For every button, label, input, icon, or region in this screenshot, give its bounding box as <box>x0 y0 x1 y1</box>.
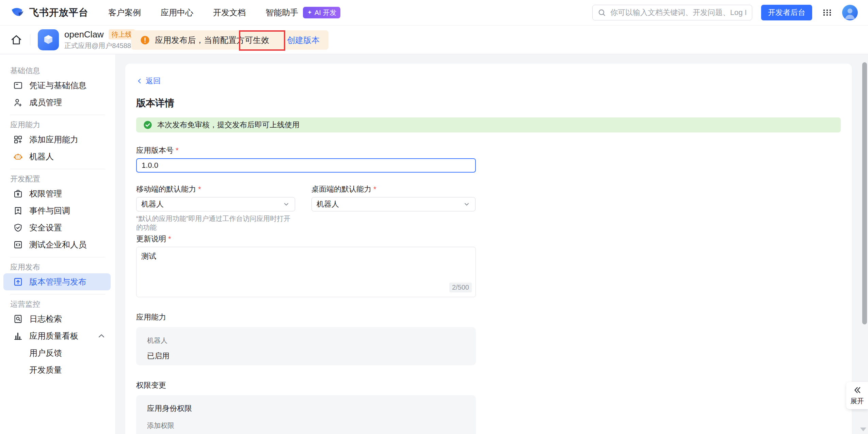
sidebar-section-monitoring: 运营监控 <box>0 298 115 310</box>
sidebar-item-security[interactable]: 安全设置 <box>3 219 111 236</box>
top-navigation-bar: 飞书开放平台 客户案例 应用中心 开发文档 智能助手 AI 开发 <box>0 0 868 26</box>
permission-section-title: 权限变更 <box>136 380 841 390</box>
top-right-actions: 开发者后台 <box>592 5 858 20</box>
id-card-icon <box>13 80 23 91</box>
chevron-up-icon[interactable] <box>96 331 107 341</box>
double-chevron-left-icon <box>853 386 862 395</box>
feishu-open-platform-console: 飞书开放平台 客户案例 应用中心 开发文档 智能助手 AI 开发 <box>0 0 868 434</box>
sidebar-item-label: 权限管理 <box>29 188 62 199</box>
member-add-icon <box>13 97 23 108</box>
required-mark: * <box>373 184 376 194</box>
shield-check-icon <box>13 223 23 233</box>
version-input[interactable] <box>136 158 476 173</box>
desktop-capability-label: 桌面端的默认能力 * <box>311 184 476 194</box>
annotation-highlight-box <box>239 30 285 51</box>
app-header-bar: openClaw 待上线 正式应用@用户845882的组织 应用发布后，当前配置… <box>0 26 868 54</box>
back-link[interactable]: 返回 <box>136 76 161 86</box>
desktop-capability-select[interactable]: 机器人 <box>311 197 476 211</box>
default-capability-row: 移动端的默认能力 * 机器人 “默认的应用功能”即用户通过工作台访问应用时打开的… <box>136 173 841 223</box>
changelog-textarea[interactable]: 测试 <box>136 247 476 297</box>
sidebar-item-bot[interactable]: 机器人 <box>3 148 111 165</box>
back-link-label: 返回 <box>146 76 161 86</box>
divider <box>10 294 105 294</box>
nav-customer-cases[interactable]: 客户案例 <box>108 7 141 18</box>
search-input[interactable] <box>610 8 747 17</box>
changelog-textarea-wrap: 测试 2/500 <box>136 247 476 297</box>
publish-warning-banner: 应用发布后，当前配置方可生效 创建版本 <box>131 30 328 50</box>
sidebar-item-label: 测试企业和人员 <box>29 239 86 250</box>
sidebar-item-members[interactable]: 成员管理 <box>3 94 111 111</box>
brand[interactable]: 飞书开放平台 <box>10 5 89 20</box>
char-counter: 2/500 <box>449 283 472 292</box>
avatar[interactable] <box>842 5 858 20</box>
mobile-capability-select[interactable]: 机器人 <box>136 197 295 211</box>
code-box-icon <box>13 240 23 250</box>
sidebar-item-label: 机器人 <box>29 151 54 162</box>
sidebar-item-label: 添加应用能力 <box>29 134 78 145</box>
sidebar-section-basic-info: 基础信息 <box>0 65 115 77</box>
brand-name: 飞书开放平台 <box>29 6 89 19</box>
app-cube-icon <box>38 29 59 50</box>
nav-dev-docs[interactable]: 开发文档 <box>213 7 246 18</box>
divider <box>10 169 105 169</box>
divider <box>10 115 105 115</box>
sidebar-item-log-search[interactable]: 日志检索 <box>3 310 111 327</box>
warning-icon <box>140 35 150 45</box>
version-publish-icon <box>13 277 23 287</box>
user-silhouette-icon <box>842 5 858 20</box>
divider <box>30 34 30 45</box>
success-banner: 本次发布免审核，提交发布后即可上线使用 <box>136 117 841 132</box>
app-name: openClaw <box>64 29 104 40</box>
chevron-down-icon <box>463 200 470 208</box>
sidebar-item-version-release[interactable]: 版本管理与发布 <box>3 273 111 290</box>
developer-console-button[interactable]: 开发者后台 <box>761 5 812 20</box>
sidebar-item-label: 成员管理 <box>29 97 62 108</box>
nav-ai-assistant-label: 智能助手 <box>266 7 298 18</box>
sidebar-item-permissions[interactable]: 权限管理 <box>3 185 111 202</box>
sidebar: 基础信息 凭证与基础信息 成员管理 应用能力 <box>0 54 116 434</box>
sidebar-subitem-dev-quality[interactable]: 开发质量 <box>0 361 115 379</box>
ai-dev-badge[interactable]: AI 开发 <box>303 7 340 18</box>
scrollbar-down-arrow[interactable] <box>860 428 866 431</box>
check-circle-icon <box>143 120 152 130</box>
capability-section-title: 应用能力 <box>136 312 841 322</box>
scrollbar-thumb[interactable] <box>862 62 867 324</box>
sparkle-icon <box>307 10 312 15</box>
sidebar-section-capabilities: 应用能力 <box>0 119 115 131</box>
permission-group: 添加权限 <box>147 421 465 430</box>
nav-ai-assistant[interactable]: 智能助手 AI 开发 <box>266 7 340 18</box>
chevron-down-icon <box>283 200 290 208</box>
sidebar-subitem-user-feedback[interactable]: 用户反馈 <box>0 344 115 361</box>
sidebar-item-label: 事件与回调 <box>29 205 70 216</box>
sidebar-item-label: 日志检索 <box>29 314 62 324</box>
expand-panel-button[interactable]: 展开 <box>846 382 868 409</box>
sidebar-item-test-org[interactable]: 测试企业和人员 <box>3 236 111 253</box>
apps-grid-icon[interactable] <box>821 6 833 19</box>
robot-icon <box>13 151 23 162</box>
version-field-label: 应用版本号 * <box>136 145 841 156</box>
permission-icon <box>13 189 23 199</box>
field-label-text: 移动端的默认能力 <box>136 184 196 194</box>
capability-summary-box: 机器人 已启用 <box>136 327 476 365</box>
capability-item: 机器人 <box>147 336 465 345</box>
page-title: 版本详情 <box>136 96 841 110</box>
capability-hint: “默认的应用功能”即用户通过工作台访问应用时打开的功能 <box>136 214 295 223</box>
sidebar-item-events-callbacks[interactable]: 事件与回调 <box>3 202 111 219</box>
expand-panel-label: 展开 <box>850 397 864 406</box>
permission-summary-box: 应用身份权限 添加权限 暂无 <box>136 395 476 434</box>
top-menu: 客户案例 应用中心 开发文档 智能助手 AI 开发 <box>108 7 340 18</box>
mobile-capability-label: 移动端的默认能力 * <box>136 184 295 194</box>
create-version-link[interactable]: 创建版本 <box>287 35 320 46</box>
chevron-left-icon <box>136 78 143 84</box>
changelog-label: 更新说明 * <box>136 234 841 244</box>
required-mark: * <box>168 234 171 244</box>
nav-app-center[interactable]: 应用中心 <box>161 7 193 18</box>
global-search-box[interactable] <box>592 5 752 20</box>
sidebar-item-label: 应用质量看板 <box>29 331 78 341</box>
sidebar-item-quality-dashboard[interactable]: 应用质量看板 <box>3 327 111 344</box>
sidebar-item-credentials[interactable]: 凭证与基础信息 <box>3 77 111 94</box>
sidebar-item-add-capability[interactable]: 添加应用能力 <box>3 131 111 148</box>
home-icon[interactable] <box>10 34 22 46</box>
divider <box>10 257 105 257</box>
field-label-text: 桌面端的默认能力 <box>311 184 371 194</box>
